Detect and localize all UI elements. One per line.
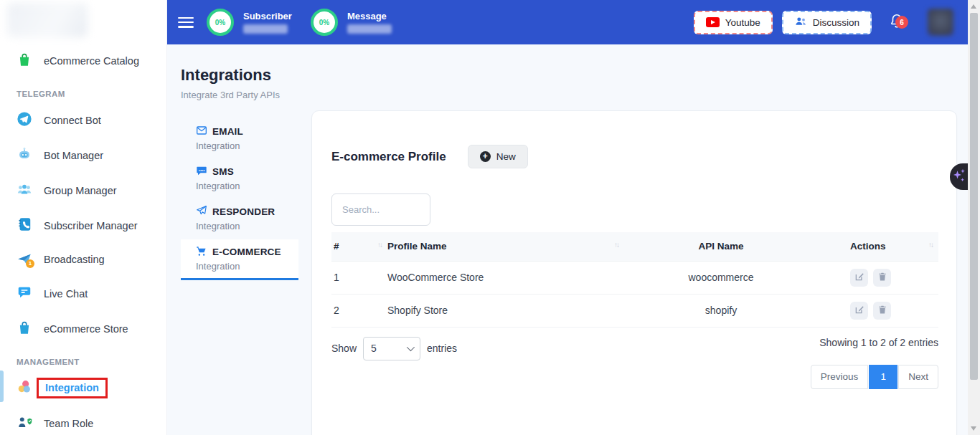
entries-selected-value: 5 <box>371 343 377 354</box>
plus-icon: + <box>480 151 491 162</box>
panel-title: E-commerce Profile <box>331 150 446 164</box>
hamburger-menu-icon[interactable] <box>178 17 194 28</box>
sidebar-item-broadcasting[interactable]: 1 Broadcasting <box>0 247 166 272</box>
sidebar-item-bot-manager[interactable]: Bot Manager <box>0 142 166 168</box>
column-header-api-name[interactable]: API Name <box>624 232 818 261</box>
sidebar-item-connect-bot[interactable]: Connect Bot <box>0 107 166 133</box>
contact-book-icon <box>17 216 32 234</box>
ecommerce-profile-card: E-commerce Profile + New ↑↓# ↑↓Profile N… <box>311 110 957 435</box>
svg-text:sms: sms <box>199 168 206 172</box>
edit-button[interactable] <box>850 269 868 287</box>
sidebar-item-label: Integration <box>45 382 99 393</box>
new-button-label: New <box>496 151 516 162</box>
tab-email-integration[interactable]: EMAIL Integration <box>181 119 298 158</box>
sidebar-item-label: Bot Manager <box>44 150 103 161</box>
entries-per-page-select[interactable]: 5 <box>363 337 420 360</box>
scroll-down-arrow-icon[interactable] <box>971 426 976 431</box>
sidebar-item-team-role[interactable]: Team Role <box>0 410 166 435</box>
sidebar-item-group-manager[interactable]: Group Manager <box>0 177 166 204</box>
table-row: 2 Shopify Store shopify <box>331 294 938 327</box>
edit-pencil-icon <box>854 305 864 317</box>
youtube-button[interactable]: Youtube <box>694 11 773 34</box>
column-header-actions[interactable]: ↑↓Actions <box>818 232 938 261</box>
page-1-button[interactable]: 1 <box>869 365 897 389</box>
ai-assistant-button[interactable] <box>950 163 968 190</box>
delete-button[interactable] <box>873 269 891 287</box>
sparkles-icon <box>952 167 966 187</box>
sidebar-item-label: eCommerce Store <box>44 323 128 335</box>
tab-responder-integration[interactable]: RESPONDER Integration <box>181 199 298 238</box>
shopping-bag-green-icon <box>17 52 32 70</box>
subscriber-metric: 0% Subscriber <box>207 9 292 36</box>
annotation-red-box: Integration <box>37 378 108 398</box>
entries-label: entries <box>427 343 457 354</box>
topbar: 0% Subscriber 0% Message Youtube <box>167 0 968 44</box>
sidebar-item-label: Connect Bot <box>44 115 101 126</box>
sidebar-item-label: eCommerce Catalog <box>44 55 139 67</box>
previous-page-button[interactable]: Previous <box>811 365 869 389</box>
api-name-cell: woocommerce <box>624 261 818 294</box>
sort-icon: ↑↓ <box>377 241 382 249</box>
tab-ecommerce-integration[interactable]: E-COMMERCE Integration <box>181 239 298 280</box>
edit-pencil-icon <box>854 272 864 284</box>
page-subtitle: Integrate 3rd Party APIs <box>181 90 956 100</box>
new-profile-button[interactable]: + New <box>468 145 528 168</box>
sidebar-item-label: Broadcasting <box>44 254 105 265</box>
app-root: eCommerce Catalog TELEGRAM Connect Bot B… <box>0 0 980 435</box>
sort-icon: ↑↓ <box>614 241 618 249</box>
user-avatar[interactable] <box>928 9 953 36</box>
chat-bubble-icon <box>17 285 32 302</box>
subscriber-metric-label: Subscriber <box>243 11 292 21</box>
cart-icon <box>196 245 207 259</box>
broadcast-count-badge: 1 <box>26 259 34 268</box>
discussion-button[interactable]: Discussion <box>782 11 872 34</box>
sidebar: eCommerce Catalog TELEGRAM Connect Bot B… <box>0 0 167 435</box>
sidebar-item-ecommerce-store[interactable]: eCommerce Store <box>0 315 166 342</box>
api-name-cell: shopify <box>624 294 818 327</box>
broadcast-plane-icon: 1 <box>17 252 32 267</box>
showing-entries-text: Showing 1 to 2 of 2 entries <box>811 337 938 348</box>
shopping-bag-blue-icon <box>17 320 32 338</box>
sidebar-item-live-chat[interactable]: Live Chat <box>0 280 166 307</box>
vertical-scrollbar[interactable] <box>968 0 980 435</box>
tab-title: E-COMMERCE <box>212 247 281 257</box>
sidebar-item-integration[interactable]: Integration <box>0 375 166 401</box>
message-metric-label: Message <box>347 11 392 21</box>
tab-subtitle: Integration <box>196 221 298 231</box>
sidebar-item-subscriber-manager[interactable]: Subscriber Manager <box>0 212 166 239</box>
sidebar-item-label: Subscriber Manager <box>44 220 138 231</box>
pagination: Previous 1 Next <box>811 365 938 389</box>
youtube-icon <box>706 17 720 27</box>
column-header-number[interactable]: ↑↓# <box>331 232 387 261</box>
trash-icon <box>877 272 887 284</box>
column-header-profile-name[interactable]: ↑↓Profile Name <box>387 232 624 261</box>
robot-icon <box>17 146 32 164</box>
people-group-icon <box>794 16 807 29</box>
page-content: Integrations Integrate 3rd Party APIs EM… <box>167 44 968 435</box>
telegram-icon <box>17 111 32 129</box>
table-row: 1 WooCommerce Store woocommerce <box>331 261 938 294</box>
show-label: Show <box>331 343 357 354</box>
group-people-icon <box>17 181 32 199</box>
row-number: 2 <box>331 294 387 327</box>
scrollbar-thumb[interactable] <box>970 13 978 380</box>
next-page-button[interactable]: Next <box>898 365 938 389</box>
tab-title: EMAIL <box>212 126 243 137</box>
integration-subnav: EMAIL Integration sms SMS Integration <box>181 110 298 282</box>
tab-sms-integration[interactable]: sms SMS Integration <box>181 159 298 198</box>
delete-button[interactable] <box>873 302 891 320</box>
scroll-up-arrow-icon[interactable] <box>971 4 976 9</box>
send-plane-icon <box>196 205 207 219</box>
main-area: 0% Subscriber 0% Message Youtube <box>167 0 968 435</box>
search-input[interactable] <box>331 193 430 226</box>
sidebar-item-label: Live Chat <box>44 288 88 300</box>
sidebar-section-telegram: TELEGRAM <box>0 82 166 107</box>
sort-icon: ↑↓ <box>928 241 933 249</box>
page-title: Integrations <box>181 66 956 85</box>
notifications-button[interactable]: 6 <box>889 13 905 32</box>
sidebar-item-ecommerce-catalog[interactable]: eCommerce Catalog <box>0 47 166 74</box>
edit-button[interactable] <box>850 302 868 320</box>
tab-title: SMS <box>212 166 234 177</box>
subscriber-progress-ring: 0% <box>207 9 234 36</box>
tab-subtitle: Integration <box>196 261 298 272</box>
